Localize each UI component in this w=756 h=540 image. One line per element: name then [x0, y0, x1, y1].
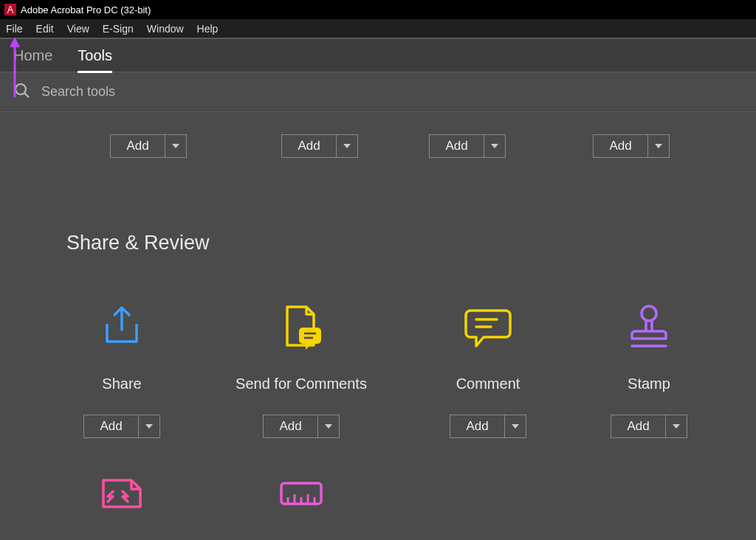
- speech-bubble-icon: [464, 300, 512, 353]
- add-button-group: Add: [281, 134, 358, 158]
- tool-share[interactable]: Share Add: [66, 300, 177, 438]
- svg-marker-6: [491, 144, 498, 148]
- menu-edit[interactable]: Edit: [36, 23, 54, 35]
- add-dropdown[interactable]: [647, 134, 670, 158]
- document-chat-icon: [277, 300, 326, 353]
- tool-label: Share: [102, 375, 141, 392]
- svg-marker-7: [655, 144, 662, 148]
- add-button[interactable]: Add: [263, 415, 317, 438]
- share-review-grid: Share Add Send for Comments Add: [0, 300, 756, 438]
- add-dropdown[interactable]: [504, 415, 526, 438]
- add-button[interactable]: Add: [83, 415, 138, 438]
- add-button-group: Add: [429, 134, 506, 158]
- app-title: Adobe Acrobat Pro DC (32-bit): [21, 4, 151, 15]
- menu-esign[interactable]: E-Sign: [103, 23, 134, 35]
- svg-line-1: [24, 93, 29, 97]
- add-dropdown[interactable]: [336, 134, 358, 158]
- section-title-share-review: Share & Review: [66, 232, 756, 255]
- search-input[interactable]: [41, 84, 410, 100]
- share-icon: [100, 300, 144, 353]
- menu-file[interactable]: File: [6, 23, 23, 35]
- tool-fill-sign: Add: [257, 112, 382, 158]
- add-button[interactable]: Add: [110, 134, 165, 158]
- tab-tools[interactable]: Tools: [78, 47, 112, 64]
- menu-window[interactable]: Window: [147, 23, 184, 35]
- svg-rect-9: [299, 328, 321, 344]
- tool-certificates: Add: [568, 112, 694, 158]
- svg-marker-12: [325, 424, 332, 429]
- search-icon: [13, 82, 31, 103]
- tool-measure[interactable]: [220, 475, 382, 512]
- tool-prepare-form: Add: [405, 112, 530, 158]
- svg-marker-18: [673, 424, 680, 429]
- add-button-group: Add: [263, 415, 340, 438]
- titlebar: Adobe Acrobat Pro DC (32-bit): [0, 0, 756, 19]
- stamp-icon: [628, 300, 670, 353]
- add-button[interactable]: Add: [450, 415, 504, 438]
- tool-stamp[interactable]: Stamp Add: [594, 300, 704, 438]
- add-button[interactable]: Add: [611, 415, 665, 438]
- add-dropdown[interactable]: [165, 134, 187, 158]
- add-dropdown[interactable]: [665, 415, 687, 438]
- svg-marker-4: [172, 144, 179, 148]
- add-button-group: Add: [450, 415, 526, 438]
- menubar: File Edit View E-Sign Window Help: [0, 19, 756, 38]
- tool-compare-files[interactable]: [66, 475, 177, 512]
- svg-point-16: [642, 306, 656, 321]
- ruler-icon: [279, 475, 323, 512]
- tab-home[interactable]: Home: [13, 47, 52, 64]
- share-review-row2: [0, 475, 756, 512]
- add-button[interactable]: Add: [593, 134, 647, 158]
- add-button-group: Add: [611, 415, 687, 438]
- add-button[interactable]: Add: [429, 134, 484, 158]
- tool-label: Comment: [456, 375, 520, 392]
- svg-marker-15: [512, 424, 519, 429]
- svg-marker-8: [145, 424, 153, 429]
- nav-tabs: Home Tools: [0, 38, 756, 72]
- tool-request-esignatures: Add: [86, 112, 211, 158]
- tool-label: Send for Comments: [236, 375, 367, 392]
- add-button-group: Add: [83, 415, 160, 438]
- menu-view[interactable]: View: [67, 23, 89, 35]
- tools-content: Add Add Add Add Share & Review: [0, 112, 756, 540]
- add-button-group: Add: [593, 134, 670, 158]
- add-dropdown[interactable]: [138, 415, 160, 438]
- search-bar: [0, 72, 756, 112]
- add-button[interactable]: Add: [281, 134, 336, 158]
- prev-category-row: Add Add Add Add: [0, 112, 756, 158]
- acrobat-app-icon: [4, 4, 16, 15]
- add-dropdown[interactable]: [484, 134, 506, 158]
- tool-send-for-comments[interactable]: Send for Comments Add: [220, 300, 382, 438]
- add-dropdown[interactable]: [317, 415, 340, 438]
- add-button-group: Add: [110, 134, 187, 158]
- svg-point-0: [16, 84, 26, 94]
- tool-label: Stamp: [628, 375, 670, 392]
- svg-marker-5: [343, 144, 351, 148]
- menu-help[interactable]: Help: [197, 23, 219, 35]
- tool-comment[interactable]: Comment Add: [425, 300, 551, 438]
- compare-files-icon: [99, 475, 145, 512]
